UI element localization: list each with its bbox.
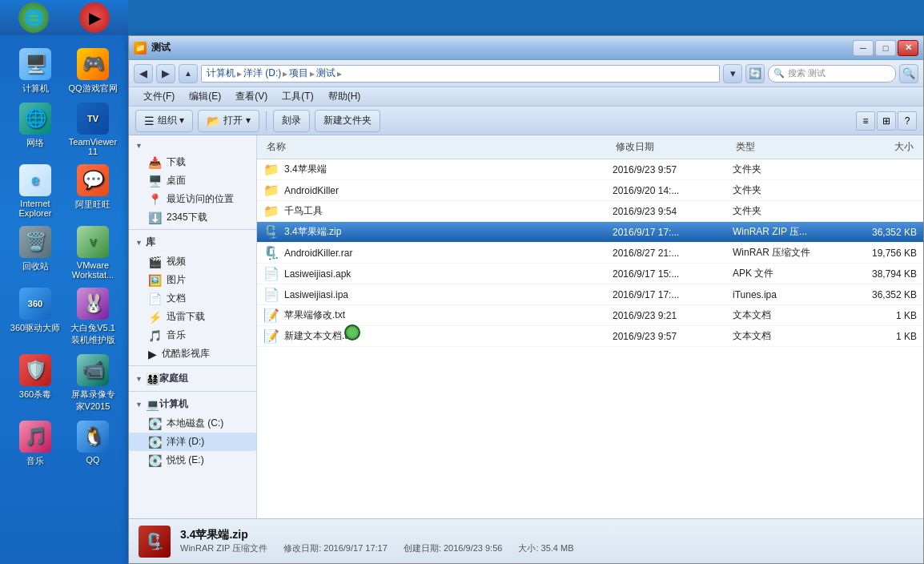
file-name-text: Lasiweijiasi.apk (284, 268, 351, 280)
search-button[interactable]: 🔍 (899, 64, 918, 83)
col-header-type[interactable]: 类型 (733, 139, 845, 155)
desktop-icon-dabai[interactable]: 🐰 大白兔V5.1装机维护版 (64, 284, 122, 349)
music-icon: 🎵 (148, 329, 162, 342)
desktop-icon-qq[interactable]: 🐧 QQ (64, 417, 122, 470)
up-button[interactable]: ▲ (179, 64, 198, 83)
folder-icon: 📁 (263, 162, 279, 177)
col-header-date[interactable]: 修改日期 (613, 139, 733, 155)
file-row[interactable]: 🗜️ AndroidKiller.rar 2016/8/27 21:... Wi… (257, 243, 923, 264)
file-size: 36,352 KB (845, 227, 917, 238)
toolbar-separator-1 (266, 111, 267, 131)
sidebar-family-header[interactable]: ▼ 👨‍👩‍👧‍👦 家庭组 (129, 369, 256, 389)
sidebar-item-drive-d[interactable]: 💽 洋洋 (D:) (129, 433, 256, 451)
address-path[interactable]: 计算机 ▸ 洋洋 (D:) ▸ 项目 ▸ 测试 ▸ (201, 65, 720, 83)
sidebar-item-drive-e[interactable]: 💽 悦悦 (E:) (129, 451, 256, 469)
search-icon: 🔍 (773, 68, 785, 79)
chevron-computer-icon: ▼ (135, 401, 143, 409)
menu-tools[interactable]: 工具(T) (275, 88, 319, 105)
file-row[interactable]: 📁 AndroidKiller 2016/9/20 14:... 文件夹 (257, 180, 923, 201)
sidebar-label-2345: 2345下载 (167, 211, 207, 224)
desktop-icon-vmware[interactable]: V VMware Workstat... (64, 223, 122, 283)
burn-button[interactable]: 刻录 (273, 110, 310, 132)
family-icon: 👨‍👩‍👧‍👦 (146, 373, 159, 385)
menu-view[interactable]: 查看(V) (229, 88, 274, 105)
desktop-icon-computer[interactable]: 🖥️ 计算机 (6, 45, 64, 98)
sidebar-label-docs: 文档 (167, 292, 186, 305)
close-button[interactable]: ✕ (898, 40, 918, 56)
file-row[interactable]: 📄 Lasiweijiasi.ipa 2016/9/17 17:... iTun… (257, 284, 923, 305)
desktop-icon-recycle[interactable]: 🗑️ 回收站 (6, 223, 64, 283)
sidebar-label-drive-e: 悦悦 (E:) (167, 453, 204, 467)
open-button[interactable]: 📂 打开 ▾ (198, 110, 259, 132)
file-row[interactable]: 📁 千鸟工具 2016/9/23 9:54 文件夹 (257, 201, 923, 222)
file-name-text: 3.4苹果端 (284, 163, 327, 176)
desktop-icon-screen[interactable]: 📹 屏幕录像专家V2015 (64, 351, 122, 416)
sidebar-label-recent: 最近访问的位置 (167, 192, 234, 206)
zip-icon: 🗜️ (263, 224, 279, 240)
sidebar-item-recent[interactable]: 📍 最近访问的位置 (129, 190, 256, 208)
explorer-window: 📁 测试 ─ □ ✕ ◀ ▶ ▲ 计算机 ▸ 洋洋 (D:) ▸ 项目 ▸ 测试… (128, 35, 924, 564)
path-computer[interactable]: 计算机 (207, 66, 235, 80)
dropdown-button[interactable]: ▾ (723, 64, 742, 83)
desktop-icon-network[interactable]: 🌐 网络 (6, 99, 64, 159)
menu-file[interactable]: 文件(F) (137, 88, 181, 105)
open-icon: 📂 (207, 115, 220, 127)
sidebar-computer-header[interactable]: ▼ 💻 计算机 (129, 394, 256, 414)
sidebar-divider-3 (129, 391, 256, 392)
sidebar-item-drive-c[interactable]: 💽 本地磁盘 (C:) (129, 414, 256, 433)
search-box[interactable]: 🔍 搜索 测试 (768, 65, 896, 83)
desktop-icon-360driver[interactable]: 360 360驱动大师 (6, 284, 64, 349)
size-value: 35.4 MB (541, 543, 574, 553)
sidebar-item-desktop[interactable]: 🖥️ 桌面 (129, 171, 256, 190)
video-icon: 🎬 (148, 256, 162, 268)
sidebar-item-pictures[interactable]: 🖼️ 图片 (129, 271, 256, 289)
maximize-button[interactable]: □ (875, 40, 896, 56)
col-header-size[interactable]: 大小 (845, 139, 917, 155)
pictures-icon: 🖼️ (148, 274, 162, 287)
file-row[interactable]: 📁 3.4苹果端 2016/9/23 9:57 文件夹 (257, 159, 923, 180)
file-name-text: AndroidKiller (284, 185, 339, 196)
sidebar-library-header[interactable]: ▼ 库 (129, 232, 256, 252)
path-project[interactable]: 项目 (289, 66, 308, 80)
sidebar-item-download[interactable]: 📥 下载 (129, 153, 256, 171)
file-row-selected[interactable]: 🗜️ 3.4苹果端.zip 2016/9/17 17:... WinRAR ZI… (257, 222, 923, 243)
file-row[interactable]: 📝 新建文本文档.txt 2016/9/23 9:57 文本文档 1 KB (257, 326, 923, 347)
desktop-icon-360kill[interactable]: 🛡️ 360杀毒 (6, 351, 64, 416)
sidebar-item-youku[interactable]: ▶ 优酷影视库 (129, 344, 256, 363)
media-player-icon[interactable]: ▶ (79, 2, 110, 33)
desktop-icon-teamviewer[interactable]: TV TeamViewer 11 (64, 99, 122, 159)
view-panel-button[interactable]: ⊞ (877, 111, 896, 131)
open-label: 打开 ▾ (223, 114, 250, 127)
menu-help[interactable]: 帮助(H) (322, 88, 368, 105)
new-folder-button[interactable]: 新建文件夹 (315, 110, 380, 132)
sidebar-label-desktop: 桌面 (167, 174, 186, 187)
desktop-icon-alibaba[interactable]: 💬 阿里旺旺 (64, 161, 122, 221)
file-row[interactable]: 📄 Lasiweijiasi.apk 2016/9/17 15:... APK … (257, 264, 923, 284)
arc-browser-icon[interactable]: 🌐 (18, 2, 49, 33)
menu-edit[interactable]: 编辑(E) (183, 88, 227, 105)
sidebar-favorites-header[interactable]: ▼ (129, 139, 256, 153)
window-controls: ─ □ ✕ (853, 40, 918, 56)
sidebar-item-xunlei[interactable]: ⚡ 迅雷下载 (129, 308, 256, 326)
view-list-button[interactable]: ≡ (856, 111, 875, 131)
col-header-name[interactable]: 名称 (263, 139, 613, 155)
sidebar-item-docs[interactable]: 📄 文档 (129, 289, 256, 308)
sidebar-item-2345[interactable]: ⬇️ 2345下载 (129, 208, 256, 227)
sidebar-item-video[interactable]: 🎬 视频 (129, 252, 256, 271)
minimize-button[interactable]: ─ (853, 40, 874, 56)
path-drive[interactable]: 洋洋 (D:) (243, 66, 281, 80)
sidebar-item-music[interactable]: 🎵 音乐 (129, 326, 256, 344)
back-button[interactable]: ◀ (134, 64, 153, 83)
forward-button[interactable]: ▶ (156, 64, 175, 83)
file-row[interactable]: 📝 苹果端修改.txt 2016/9/23 9:21 文本文档 1 KB (257, 305, 923, 326)
sidebar-computer-label: 计算机 (159, 397, 188, 411)
path-test[interactable]: 测试 (316, 66, 335, 80)
burn-label: 刻录 (282, 114, 301, 127)
desktop-icon-music[interactable]: 🎵 音乐 (6, 417, 64, 470)
file-size: 1 KB (845, 310, 917, 321)
help-button[interactable]: ? (898, 111, 917, 131)
desktop-icon-qq-game[interactable]: 🎮 QQ游戏官网 (64, 45, 122, 98)
organize-button[interactable]: ☰ 组织 ▾ (135, 110, 193, 132)
refresh-button[interactable]: 🔄 (745, 64, 765, 83)
desktop-icon-ie[interactable]: e Internet Explorer (6, 161, 64, 221)
